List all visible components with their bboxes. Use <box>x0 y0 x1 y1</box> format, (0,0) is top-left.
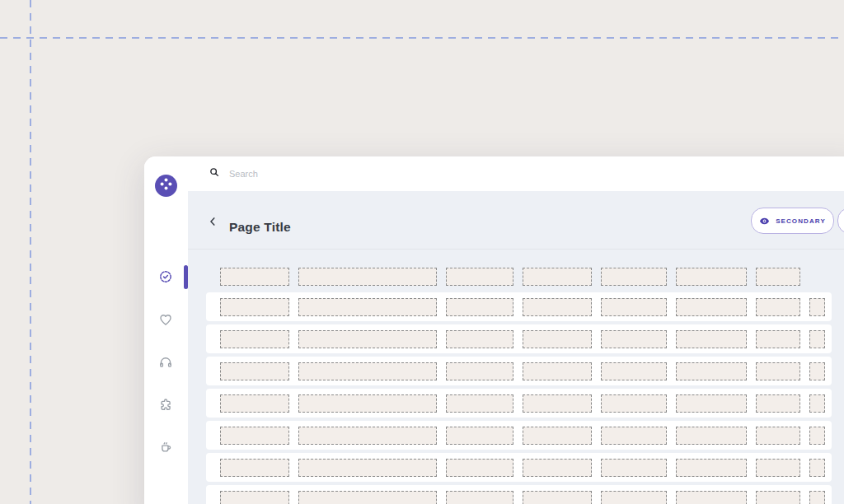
table-row[interactable] <box>206 357 832 385</box>
table-row[interactable] <box>206 292 832 321</box>
skeleton-header-row <box>220 268 800 286</box>
skeleton-cell <box>298 491 437 504</box>
skeleton-cell <box>601 330 667 348</box>
puzzle-icon <box>158 398 173 413</box>
skeleton-cell <box>446 298 513 316</box>
skeleton-header-cell <box>756 268 800 286</box>
skeleton-cell <box>446 394 513 413</box>
skeleton-cell <box>809 362 825 380</box>
coffee-cup-icon <box>158 440 173 455</box>
skeleton-cell <box>676 427 747 445</box>
search-input[interactable] <box>227 168 844 180</box>
skeleton-cell <box>523 298 592 316</box>
skeleton-header-cell <box>523 268 592 286</box>
table-row[interactable] <box>206 453 832 482</box>
skeleton-cell <box>676 491 747 504</box>
skeleton-cell <box>756 394 800 413</box>
skeleton-cell <box>756 427 800 445</box>
skeleton-rows <box>206 292 832 504</box>
skeleton-cell <box>220 394 289 413</box>
secondary-button[interactable]: SECONDARY <box>751 208 834 234</box>
skeleton-cell <box>446 362 513 380</box>
skeleton-cell <box>523 459 592 477</box>
skeleton-header-cell <box>220 268 289 286</box>
table-row[interactable] <box>206 485 832 504</box>
skeleton-cell <box>601 427 667 445</box>
eye-icon <box>759 216 770 226</box>
skeleton-cell <box>756 491 800 504</box>
design-canvas: Page Title SECONDARY <box>0 0 844 504</box>
page-title: Page Title <box>229 220 291 235</box>
sidebar-item-puzzle[interactable] <box>158 398 173 413</box>
skeleton-cell <box>298 362 437 380</box>
skeleton-cell <box>446 330 513 348</box>
sidebar-item-coffee-cup[interactable] <box>158 440 173 455</box>
skeleton-cell <box>220 330 289 348</box>
skeleton-header-cell <box>601 268 667 286</box>
skeleton-cell <box>676 459 747 477</box>
skeleton-header-cell <box>298 268 437 286</box>
skeleton-cell <box>220 459 289 477</box>
skeleton-cell <box>756 298 800 316</box>
skeleton-cell <box>298 298 437 316</box>
app-window: Page Title SECONDARY <box>144 156 844 504</box>
skeleton-cell <box>446 427 513 445</box>
skeleton-cell <box>676 330 747 348</box>
skeleton-cell <box>446 459 513 477</box>
horizontal-guide-line <box>0 37 844 39</box>
skeleton-cell <box>756 459 800 477</box>
skeleton-cell <box>601 459 667 477</box>
partial-button[interactable] <box>837 208 844 234</box>
skeleton-cell <box>809 394 825 413</box>
skeleton-cell <box>298 427 437 445</box>
skeleton-cell <box>809 491 825 504</box>
skeleton-cell <box>756 362 800 380</box>
skeleton-header-cell <box>446 268 513 286</box>
skeleton-cell <box>809 330 825 348</box>
back-button[interactable] <box>207 216 218 227</box>
skeleton-cell <box>523 362 592 380</box>
skeleton-cell <box>523 491 592 504</box>
skeleton-cell <box>298 394 437 413</box>
skeleton-cell <box>601 362 667 380</box>
skeleton-cell <box>676 362 747 380</box>
sidebar-item-heart[interactable] <box>158 312 173 327</box>
skeleton-cell <box>298 459 437 477</box>
skeleton-cell <box>220 427 289 445</box>
headphones-icon <box>158 355 173 370</box>
topbar <box>188 156 844 191</box>
skeleton-cell <box>601 394 667 413</box>
skeleton-cell <box>676 298 747 316</box>
sidebar <box>144 156 188 504</box>
page-header: Page Title SECONDARY <box>188 191 844 250</box>
table-row[interactable] <box>206 324 832 353</box>
skeleton-cell <box>298 330 437 348</box>
heart-icon <box>158 312 173 327</box>
skeleton-cell <box>523 394 592 413</box>
skeleton-cell <box>220 298 289 316</box>
sidebar-item-badge-check[interactable] <box>158 269 173 284</box>
skeleton-cell <box>601 298 667 316</box>
sidebar-item-headphones[interactable] <box>158 355 173 370</box>
skeleton-cell <box>220 491 289 504</box>
skeleton-header-cell <box>676 268 747 286</box>
secondary-button-label: SECONDARY <box>776 217 826 225</box>
skeleton-cell <box>676 394 747 413</box>
skeleton-cell <box>446 491 513 504</box>
skeleton-cell <box>523 427 592 445</box>
skeleton-cell <box>809 427 825 445</box>
search-bar[interactable] <box>188 166 844 181</box>
skeleton-cell <box>220 362 289 380</box>
badge-check-icon <box>158 269 173 284</box>
skeleton-cell <box>809 459 825 477</box>
table-row[interactable] <box>206 421 832 450</box>
vertical-guide-line <box>30 0 31 504</box>
app-logo[interactable] <box>155 175 177 197</box>
table-row[interactable] <box>206 389 832 418</box>
dots-cross-logo-icon <box>155 173 177 198</box>
skeleton-cell <box>809 298 825 316</box>
skeleton-cell <box>601 491 667 504</box>
content-area: Page Title SECONDARY <box>188 191 844 504</box>
search-icon <box>209 166 220 181</box>
skeleton-cell <box>523 330 592 348</box>
